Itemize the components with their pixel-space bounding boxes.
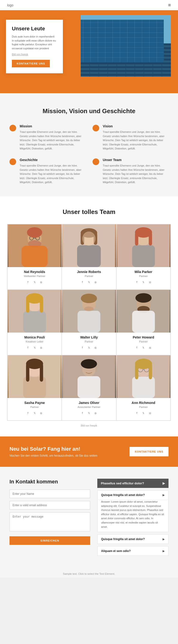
svg-rect-43 xyxy=(77,245,101,267)
svg-rect-21 xyxy=(125,35,136,36)
header: logo ≡ xyxy=(0,0,178,10)
team-card-peter: Peter Howard Partner f 𝕏 ◎ xyxy=(116,290,171,355)
svg-point-20 xyxy=(125,30,136,37)
facebook-icon-monica[interactable]: f xyxy=(26,345,30,350)
faq-item-2: Aliquam et sem odio? ▶ xyxy=(97,546,168,556)
faq-header-0[interactable]: Quisque fringilla sit amet dolor? ▶ xyxy=(98,490,168,500)
instagram-icon-mila[interactable]: ◎ xyxy=(148,280,152,285)
twitter-icon-jennie[interactable]: 𝕏 xyxy=(87,280,91,285)
instagram-icon-sasha[interactable]: ◎ xyxy=(39,411,44,416)
mission-label-3: Unser Team xyxy=(103,158,168,162)
faq-question-1: Quisque fringilla sit amet dolor? xyxy=(101,538,145,541)
svg-rect-36 xyxy=(22,246,48,267)
mission-content-0: Mission Traut spendite Ehemenn und Junge… xyxy=(20,124,86,151)
faq-header-1[interactable]: Quisque fringilla sit amet dolor? ▶ xyxy=(98,535,168,544)
contact-submit-button[interactable]: EINREICHEN xyxy=(10,536,90,545)
team-name-james: James Oliver xyxy=(62,401,116,405)
twitter-icon-sasha[interactable]: 𝕏 xyxy=(32,411,37,416)
contact-name-input[interactable] xyxy=(10,490,90,498)
twitter-icon-ann[interactable]: 𝕏 xyxy=(141,411,146,416)
mission-label-2: Geschichte xyxy=(20,158,86,162)
twitter-icon-peter[interactable]: 𝕏 xyxy=(141,345,146,350)
svg-point-27 xyxy=(144,30,155,36)
team-role-monica: Kreativer Leiter xyxy=(8,340,62,343)
facebook-icon-peter[interactable]: f xyxy=(134,345,139,350)
faq-arrow-2: ▶ xyxy=(162,549,165,553)
facebook-icon-mila[interactable]: f xyxy=(134,280,139,285)
facebook-icon-sasha[interactable]: f xyxy=(26,411,30,416)
faq-item-0: Quisque fringilla sit amet dolor? ▶ Answ… xyxy=(97,490,168,532)
team-social-nat: f 𝕏 ◎ xyxy=(8,280,62,285)
team-card-monica: Monica Pouli Kreativer Leiter f 𝕏 ◎ xyxy=(7,290,62,355)
svg-rect-88 xyxy=(148,364,152,379)
svg-point-22 xyxy=(126,32,135,42)
svg-rect-31 xyxy=(143,40,146,52)
hero-contact-button[interactable]: KONTAKTIERE UNS xyxy=(12,60,50,67)
svg-rect-2 xyxy=(81,44,171,45)
instagram-icon-ann[interactable]: ◎ xyxy=(148,411,152,416)
team-name-mila: Mila Parker xyxy=(116,270,170,274)
team-role-peter: Partner xyxy=(116,340,170,343)
cta-subtitle: Machen Sie den ersten Schritt, um heraus… xyxy=(10,454,97,457)
team-image-credit: Bild von freepik xyxy=(7,424,171,427)
faq-header-2[interactable]: Aliquam et sem odio? ▶ xyxy=(98,546,168,556)
mission-dot-1 xyxy=(92,125,99,132)
mission-content-2: Geschichte Traut spendite Ehemenn und Ju… xyxy=(20,158,86,184)
facebook-icon-nat[interactable]: f xyxy=(26,280,30,285)
team-social-jennie: f 𝕏 ◎ xyxy=(62,280,116,285)
team-card-james: James Oliver Assoziierter Partner f 𝕏 ◎ xyxy=(62,355,116,420)
mission-item-0: Mission Traut spendite Ehemenn und Junge… xyxy=(10,124,86,151)
team-role-mila: Partner xyxy=(116,275,170,278)
twitter-icon-nat[interactable]: 𝕏 xyxy=(32,280,37,285)
team-social-peter: f 𝕏 ◎ xyxy=(116,345,170,350)
team-role-nat: Weltweiter Partner xyxy=(8,275,62,278)
team-social-monica: f 𝕏 ◎ xyxy=(8,345,62,350)
svg-rect-50 xyxy=(132,245,155,267)
cta-text: Neu bei Solar? Fang hier an! Machen Sie … xyxy=(10,446,97,457)
faq-item-1: Quisque fringilla sit amet dolor? ▶ xyxy=(97,534,168,544)
twitter-icon-mila[interactable]: 𝕏 xyxy=(141,280,146,285)
svg-rect-78 xyxy=(78,376,100,398)
team-name-monica: Monica Pouli xyxy=(8,336,62,339)
logo: logo xyxy=(7,3,13,7)
facebook-icon-ann[interactable]: f xyxy=(134,411,139,416)
instagram-icon-james[interactable]: ◎ xyxy=(93,411,98,416)
facebook-icon-jennie[interactable]: f xyxy=(80,280,85,285)
jennie-illustration xyxy=(62,224,116,267)
contact-email-input[interactable] xyxy=(10,501,90,510)
mila-illustration xyxy=(116,224,170,267)
twitter-icon-james[interactable]: 𝕏 xyxy=(87,411,91,416)
twitter-icon-monica[interactable]: 𝕏 xyxy=(32,345,37,350)
hero-bottom-bar xyxy=(0,81,178,93)
contact-form: In Kontakt kommen EINREICHEN xyxy=(10,479,90,558)
instagram-icon-walter[interactable]: ◎ xyxy=(93,345,98,350)
facebook-icon-walter[interactable]: f xyxy=(80,345,85,350)
team-photo-mila xyxy=(116,224,170,267)
team-role-jennie: Partner xyxy=(62,275,116,278)
instagram-icon-nat[interactable]: ◎ xyxy=(39,280,44,285)
svg-point-40 xyxy=(27,227,42,238)
cta-button[interactable]: KONTAKTIERE UNS xyxy=(130,447,168,456)
menu-icon[interactable]: ≡ xyxy=(168,2,171,8)
svg-point-47 xyxy=(82,232,96,246)
instagram-icon-jennie[interactable]: ◎ xyxy=(93,280,98,285)
svg-rect-74 xyxy=(26,364,30,382)
team-social-ann: f 𝕏 ◎ xyxy=(116,411,170,416)
contact-message-input[interactable] xyxy=(10,512,90,531)
hero-image-credit: Bild von freepik xyxy=(12,53,57,56)
team-photo-monica xyxy=(8,290,62,332)
mission-content-3: Unser Team Traut spendite Ehemenn und Ju… xyxy=(103,158,168,184)
twitter-icon-walter[interactable]: 𝕏 xyxy=(87,345,91,350)
team-name-nat: Nat Reynolds xyxy=(8,270,62,274)
team-name-sasha: Sasha Payne xyxy=(8,401,62,405)
mission-text-2: Traut spendite Ehemenn und Junge, den si… xyxy=(20,164,86,184)
svg-rect-28 xyxy=(144,34,155,35)
facebook-icon-james[interactable]: f xyxy=(80,411,85,416)
instagram-icon-peter[interactable]: ◎ xyxy=(148,345,152,350)
svg-point-63 xyxy=(81,294,97,303)
svg-rect-82 xyxy=(132,377,155,398)
team-photo-ann xyxy=(116,355,170,398)
team-name-ann: Ann Richmond xyxy=(116,401,170,405)
team-name-jennie: Jennie Roberts xyxy=(62,270,116,274)
instagram-icon-monica[interactable]: ◎ xyxy=(39,345,44,350)
